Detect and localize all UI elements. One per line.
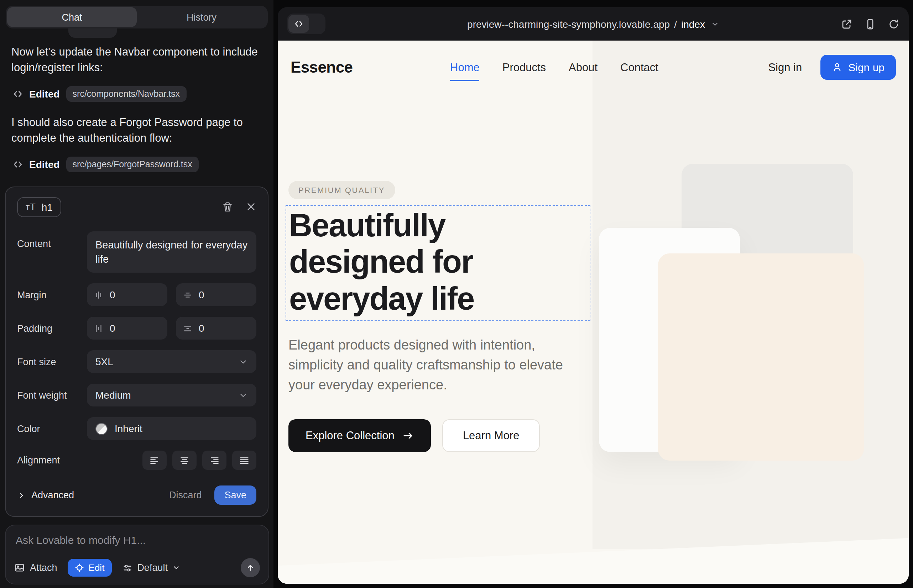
content-input[interactable]: Beautifully designed for everyday life: [87, 231, 256, 273]
save-button[interactable]: Save: [214, 486, 256, 505]
padding-y-input[interactable]: 0: [176, 317, 256, 340]
chat-panel: Chat History Now let's update the Navbar…: [0, 0, 274, 588]
chat-messages: Now let's update the Navbar component to…: [0, 29, 274, 172]
image-icon: [14, 562, 25, 573]
padding-vertical-icon: [183, 324, 192, 333]
alignment-row: Alignment: [17, 451, 256, 470]
align-justify-icon: [239, 456, 249, 465]
nav-link-contact[interactable]: Contact: [620, 61, 659, 74]
arrow-right-icon: [402, 430, 414, 441]
selected-element-outline[interactable]: Beautifully designed for everyday life: [286, 205, 590, 321]
margin-x-input[interactable]: 0: [87, 284, 167, 307]
site-nav-links: Home Products About Contact: [450, 61, 659, 74]
url-domain: preview--charming-site-symphony.lovable.…: [467, 18, 670, 29]
url-separator: /: [674, 18, 677, 29]
font-size-label: Font size: [17, 357, 87, 367]
padding-label: Padding: [17, 323, 87, 334]
nav-link-home[interactable]: Home: [450, 61, 480, 74]
trash-icon[interactable]: [222, 202, 233, 213]
refresh-icon[interactable]: [888, 18, 900, 29]
align-left-button[interactable]: [142, 451, 167, 470]
font-weight-select[interactable]: Medium: [87, 384, 256, 407]
margin-y-value: 0: [199, 289, 204, 301]
preview-frame: preview--charming-site-symphony.lovable.…: [278, 7, 909, 584]
color-label: Color: [17, 423, 87, 434]
model-label: Default: [137, 562, 168, 573]
element-tag-pill[interactable]: тT h1: [17, 197, 61, 217]
chat-input[interactable]: [16, 534, 259, 551]
code-view-toggle[interactable]: [287, 13, 325, 34]
font-weight-row: Font weight Medium: [17, 384, 256, 407]
scrolled-chip-fragment: [68, 29, 117, 38]
composer: Attach Edit Default: [5, 525, 269, 585]
margin-row: Margin 0 0: [17, 284, 256, 307]
color-row: Color Inherit: [17, 417, 256, 440]
font-weight-value: Medium: [96, 390, 131, 401]
sliders-icon: [122, 563, 132, 573]
file-chip[interactable]: src/pages/ForgotPassword.tsx: [66, 157, 199, 172]
close-icon[interactable]: [246, 202, 256, 213]
chevron-down-icon: [239, 357, 248, 367]
open-external-icon[interactable]: [841, 18, 853, 29]
align-center-button[interactable]: [172, 451, 197, 470]
margin-label: Margin: [17, 290, 87, 300]
site-logo[interactable]: Essence: [291, 58, 353, 76]
edited-file-row: Edited src/pages/ForgotPassword.tsx: [13, 157, 262, 172]
align-center-icon: [180, 456, 189, 465]
advanced-toggle[interactable]: Advanced: [17, 490, 74, 501]
assistant-message: Now let's update the Navbar component to…: [11, 44, 262, 76]
padding-x-value: 0: [110, 323, 115, 334]
color-swatch: [96, 423, 108, 435]
code-icon: [13, 89, 23, 99]
preview-url[interactable]: preview--charming-site-symphony.lovable.…: [278, 18, 909, 29]
hero-section: PREMIUM QUALITY Beautifully designed for…: [278, 94, 909, 452]
auth-controls: Sign in Sign up: [768, 55, 896, 80]
align-justify-button[interactable]: [232, 451, 256, 470]
align-right-icon: [209, 456, 219, 465]
sign-up-button[interactable]: Sign up: [821, 55, 896, 80]
discard-button[interactable]: Discard: [169, 490, 202, 501]
chevron-right-icon: [17, 491, 26, 500]
alignment-label: Alignment: [17, 455, 87, 466]
edit-mode-button[interactable]: Edit: [68, 559, 112, 577]
color-select[interactable]: Inherit: [87, 417, 256, 440]
attach-button[interactable]: Attach: [14, 562, 57, 573]
padding-x-input[interactable]: 0: [87, 317, 167, 340]
file-chip[interactable]: src/components/Navbar.tsx: [66, 86, 186, 102]
hero-heading[interactable]: Beautifully designed for everyday life: [289, 207, 590, 317]
mobile-view-icon[interactable]: [864, 18, 876, 29]
hero-paragraph: Elegant products designed with intention…: [288, 335, 577, 396]
padding-y-value: 0: [199, 323, 204, 334]
composer-toolbar: Attach Edit Default: [14, 558, 260, 577]
explore-collection-button[interactable]: Explore Collection: [288, 419, 431, 452]
tab-history[interactable]: History: [137, 7, 266, 27]
preview-actions: [841, 18, 900, 29]
font-size-value: 5XL: [96, 356, 113, 368]
url-page: index: [681, 18, 705, 29]
nav-link-products[interactable]: Products: [502, 61, 546, 74]
explore-collection-label: Explore Collection: [306, 429, 395, 442]
model-selector[interactable]: Default: [122, 562, 181, 573]
preview-topbar: preview--charming-site-symphony.lovable.…: [278, 7, 909, 40]
learn-more-button[interactable]: Learn More: [442, 419, 540, 452]
content-label: Content: [17, 231, 87, 249]
app-root: Chat History Now let's update the Navbar…: [0, 0, 913, 588]
edited-file-row: Edited src/components/Navbar.tsx: [13, 86, 262, 102]
align-right-button[interactable]: [202, 451, 227, 470]
chevron-down-icon: [239, 391, 248, 400]
site-navbar: Essence Home Products About Contact Sign…: [278, 40, 909, 94]
font-size-row: Font size 5XL: [17, 351, 256, 373]
sign-in-link[interactable]: Sign in: [768, 61, 802, 74]
premium-quality-badge: PREMIUM QUALITY: [288, 181, 395, 199]
margin-y-input[interactable]: 0: [176, 284, 256, 307]
chevron-down-icon: [173, 564, 181, 572]
nav-link-about[interactable]: About: [569, 61, 597, 74]
margin-horizontal-icon: [94, 291, 103, 300]
element-editor-panel: тT h1 Content Beautifully designed for e…: [5, 186, 269, 517]
tab-chat[interactable]: Chat: [7, 7, 137, 27]
font-size-select[interactable]: 5XL: [87, 351, 256, 373]
padding-horizontal-icon: [94, 324, 103, 333]
send-button[interactable]: [241, 558, 260, 577]
attach-label: Attach: [30, 562, 57, 573]
sign-up-label: Sign up: [848, 61, 884, 73]
